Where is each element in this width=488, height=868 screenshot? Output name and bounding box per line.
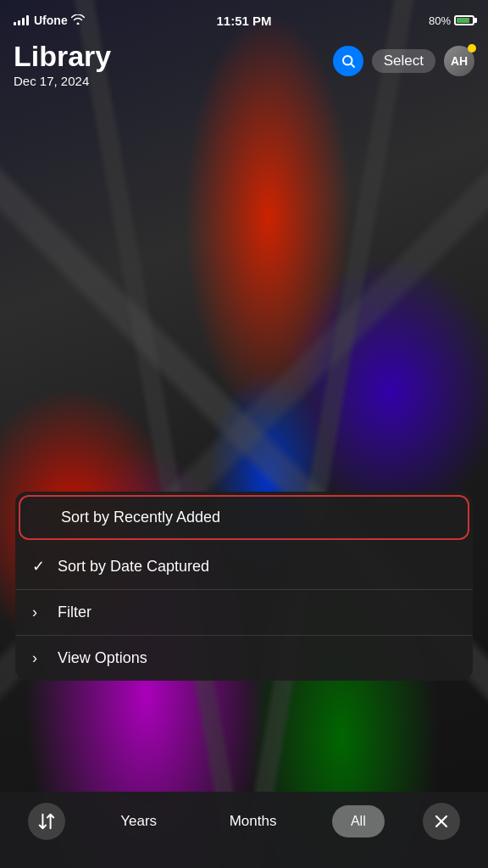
avatar-badge <box>468 44 476 53</box>
months-label: Months <box>230 813 277 830</box>
sort-order-button[interactable] <box>28 803 65 840</box>
filter-chevron: › <box>32 604 49 621</box>
view-options-chevron: › <box>32 649 49 667</box>
svg-line-1 <box>351 64 354 67</box>
select-button[interactable]: Select <box>372 49 435 73</box>
signal-bars <box>14 15 29 25</box>
years-label: Years <box>120 813 157 830</box>
close-button[interactable] <box>423 803 460 840</box>
close-icon <box>435 815 447 827</box>
wifi-icon <box>71 14 85 27</box>
bottom-toolbar: Years Months All <box>0 792 488 868</box>
header-date: Dec 17, 2024 <box>14 74 111 88</box>
search-button[interactable] <box>333 46 363 76</box>
header-right: Select AH <box>333 46 474 76</box>
status-time: 11:51 PM <box>216 14 271 28</box>
sort-recently-label: Sort by Recently Added <box>61 509 220 526</box>
view-options-label: View Options <box>58 649 147 667</box>
avatar-initials: AH <box>451 54 468 68</box>
background-photo <box>0 0 488 868</box>
header-left: Library Dec 17, 2024 <box>14 41 111 88</box>
dropdown-menu: Sort by Recently Added ✓ Sort by Date Ca… <box>15 492 473 681</box>
all-label: All <box>351 814 366 829</box>
sort-icon <box>37 812 56 831</box>
months-tab[interactable]: Months <box>213 804 294 838</box>
dropdown-item-sort-recently[interactable]: Sort by Recently Added <box>19 495 469 540</box>
carrier-name: Ufone <box>34 14 68 27</box>
battery-fill <box>457 18 469 23</box>
battery-icon <box>454 15 474 25</box>
svg-point-0 <box>343 56 352 65</box>
avatar[interactable]: AH <box>444 46 474 76</box>
status-left: Ufone <box>14 14 85 27</box>
battery-percent: 80% <box>429 14 451 27</box>
sort-date-label: Sort by Date Captured <box>58 558 209 576</box>
status-right: 80% <box>429 14 474 27</box>
status-bar: Ufone 11:51 PM 80% <box>0 0 488 37</box>
dropdown-item-filter[interactable]: › Filter <box>15 590 473 636</box>
years-tab[interactable]: Years <box>103 804 174 838</box>
sort-date-check: ✓ <box>32 557 49 576</box>
page-title: Library <box>14 41 111 72</box>
header: Library Dec 17, 2024 Select AH <box>0 37 488 95</box>
dropdown-item-sort-date[interactable]: ✓ Sort by Date Captured <box>15 543 473 590</box>
battery-container: 80% <box>429 14 474 27</box>
search-icon <box>341 53 356 69</box>
all-tab[interactable]: All <box>332 805 385 837</box>
dropdown-item-view-options[interactable]: › View Options <box>15 636 473 681</box>
filter-label: Filter <box>58 604 92 621</box>
